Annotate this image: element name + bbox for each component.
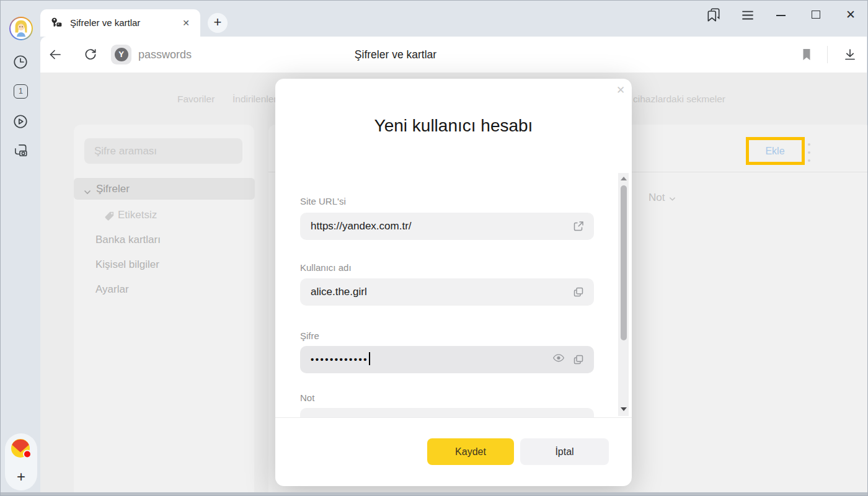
site-identity-badge[interactable]: Y [111, 45, 131, 64]
show-password-eye-icon[interactable] [552, 353, 565, 366]
chevron-down-icon [84, 186, 91, 192]
text-cursor [369, 352, 370, 365]
sort-dropdown[interactable]: Not [649, 192, 676, 204]
maximize-button[interactable] [808, 7, 825, 23]
address-bar-text[interactable]: passwords [138, 37, 192, 73]
tab-close-icon[interactable]: ✕ [178, 9, 194, 37]
reload-icon[interactable] [83, 47, 98, 62]
new-tab-button[interactable]: + [208, 13, 228, 33]
scroll-up-arrow-icon[interactable] [621, 177, 627, 180]
site-url-field[interactable]: https://yandex.com.tr/ [300, 213, 594, 240]
sidebar-apps-panel: + [5, 433, 37, 490]
nav-item-untagged[interactable]: Etiketsiz [118, 209, 157, 221]
more-options-icon[interactable] [808, 143, 812, 167]
copy-icon[interactable] [572, 353, 585, 366]
nav-item-settings[interactable]: Ayarlar [95, 283, 129, 296]
tab-counter[interactable]: 1 [14, 84, 28, 99]
toolbar: Y passwords Şifreler ve kartlar [40, 37, 867, 73]
download-icon[interactable] [843, 47, 857, 62]
username-field[interactable]: alice.the.girl [300, 278, 594, 306]
tab-title: Şifreler ve kartlar [70, 9, 175, 37]
page-title: Şifreler ve kartlar [272, 37, 520, 73]
media-play-icon[interactable] [12, 113, 29, 130]
scroll-down-arrow-icon[interactable] [621, 407, 627, 411]
toolbar-divider [827, 46, 828, 63]
side-panel-icon[interactable] [706, 7, 722, 23]
history-icon[interactable] [12, 54, 29, 70]
sidebar: 1 + [1, 1, 40, 492]
tag-icon [104, 211, 115, 221]
add-panel-item-icon[interactable]: + [5, 466, 37, 488]
bookmark-icon[interactable] [799, 47, 814, 62]
avatar-image [11, 18, 32, 39]
dialog-footer-divider [275, 417, 632, 418]
tab-downloads[interactable]: İndirilenler [232, 94, 277, 105]
scrollbar-thumb[interactable] [621, 185, 627, 340]
username-label: Kullanıcı adı [300, 262, 352, 273]
search-placeholder: Şifre araması [94, 138, 157, 164]
nav-item-bank-cards[interactable]: Banka kartları [95, 234, 161, 246]
yandex-y-icon: Y [115, 48, 128, 61]
note-field[interactable] [300, 408, 594, 417]
dialog-form: Site URL'si https://yandex.com.tr/ Kulla… [275, 173, 632, 417]
screenshot-icon[interactable] [12, 142, 29, 158]
password-field[interactable]: •••••••••••• [300, 346, 594, 373]
passwords-key-icon [50, 17, 63, 29]
window-close-button[interactable]: ✕ [843, 7, 859, 23]
back-icon[interactable] [48, 47, 63, 62]
tab-favorites[interactable]: Favoriler [177, 94, 215, 105]
copy-icon[interactable] [572, 286, 585, 298]
nav-item-passwords[interactable]: Şifreler [74, 178, 255, 200]
user-avatar[interactable] [9, 17, 33, 40]
site-url-label: Site URL'si [300, 196, 346, 206]
tab-other-devices[interactable]: cihazlardaki sekmeler [633, 94, 725, 105]
yandex-mail-icon[interactable] [10, 438, 32, 460]
minimize-button[interactable] [773, 7, 789, 23]
dialog-title: Yeni kullanıcı hesabı [275, 116, 632, 136]
password-label: Şifre [300, 330, 319, 341]
menu-icon[interactable] [740, 7, 756, 23]
password-search-input[interactable]: Şifre araması [84, 138, 242, 164]
browser-window: 1 + [0, 0, 868, 496]
cancel-button[interactable]: İptal [520, 438, 609, 465]
nav-item-personal-info[interactable]: Kişisel bilgiler [95, 259, 159, 271]
window-bottom-edge [1, 492, 867, 495]
open-external-link-icon[interactable] [572, 220, 585, 232]
dialog-scrollbar[interactable] [618, 173, 629, 416]
new-account-dialog: ✕ Yeni kullanıcı hesabı Site URL'si http… [275, 79, 632, 486]
add-password-button[interactable]: Ekle [750, 146, 800, 157]
note-label: Not [300, 392, 314, 403]
dialog-close-icon[interactable]: ✕ [614, 82, 627, 99]
save-button[interactable]: Kaydet [427, 438, 514, 465]
browser-tab[interactable]: Şifreler ve kartlar ✕ [40, 9, 200, 37]
